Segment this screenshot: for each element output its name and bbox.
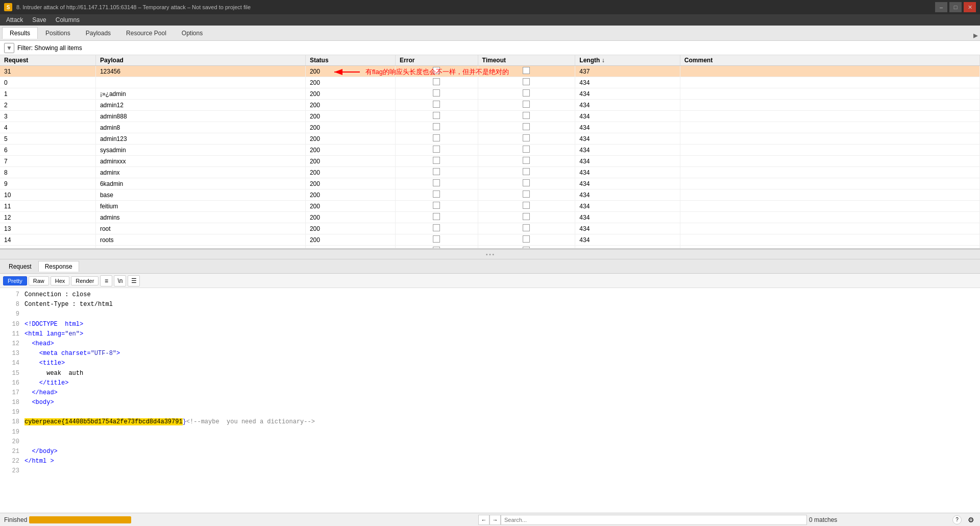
col-header-status[interactable]: Status xyxy=(305,55,395,66)
view-render-button[interactable]: Render xyxy=(71,276,99,285)
table-row[interactable]: 2 admin12 200 434 xyxy=(0,100,980,111)
table-row[interactable]: 12 admins 200 434 xyxy=(0,212,980,223)
error-checkbox[interactable] xyxy=(433,101,440,108)
cell-status: 200 xyxy=(305,223,395,234)
error-checkbox[interactable] xyxy=(433,146,440,153)
maximize-button[interactable]: □ xyxy=(949,2,962,12)
search-forward-button[interactable]: → xyxy=(489,515,501,525)
search-back-button[interactable]: ← xyxy=(478,515,489,525)
timeout-checkbox[interactable] xyxy=(523,202,530,209)
tab-payloads[interactable]: Payloads xyxy=(78,27,118,39)
col-header-timeout[interactable]: Timeout xyxy=(478,55,575,66)
error-checkbox[interactable] xyxy=(433,157,440,164)
table-row[interactable]: 14 roots 200 434 xyxy=(0,234,980,246)
menu-columns[interactable]: Columns xyxy=(52,15,84,25)
error-checkbox[interactable] xyxy=(433,168,440,175)
col-header-request[interactable]: Request xyxy=(0,55,95,66)
cell-request: 9 xyxy=(0,178,95,189)
table-row[interactable]: 3 admin888 200 434 xyxy=(0,111,980,122)
cell-payload: base xyxy=(95,189,305,201)
error-checkbox[interactable] xyxy=(433,247,440,248)
error-checkbox[interactable] xyxy=(433,202,440,209)
code-line: 15 weak auth xyxy=(4,369,976,378)
error-checkbox[interactable] xyxy=(433,112,440,119)
table-row[interactable]: 13 root 200 434 xyxy=(0,223,980,234)
timeout-checkbox[interactable] xyxy=(523,247,530,248)
view-hex-button[interactable]: Hex xyxy=(51,276,70,285)
minimize-button[interactable]: – xyxy=(935,2,947,12)
error-checkbox[interactable] xyxy=(433,224,440,231)
settings-button[interactable]: ⚙ xyxy=(966,515,976,525)
tab-response[interactable]: Response xyxy=(38,261,79,272)
timeout-checkbox[interactable] xyxy=(523,224,530,231)
timeout-checkbox[interactable] xyxy=(523,179,530,186)
help-button[interactable]: ? xyxy=(952,515,962,524)
cell-comment xyxy=(680,145,979,156)
timeout-checkbox[interactable] xyxy=(523,67,530,74)
list-icon[interactable]: ☰ xyxy=(128,275,140,286)
timeout-checkbox[interactable] xyxy=(523,168,530,175)
timeout-checkbox[interactable] xyxy=(523,190,530,198)
table-row[interactable]: 7 adminxxx 200 434 xyxy=(0,156,980,167)
wrap-icon[interactable]: ≡ xyxy=(100,275,112,286)
menu-attack[interactable]: Attack xyxy=(2,15,27,25)
table-row[interactable]: 8 adminx 200 434 xyxy=(0,167,980,178)
menu-save[interactable]: Save xyxy=(28,15,50,25)
cell-request: 31 xyxy=(0,66,95,77)
timeout-checkbox[interactable] xyxy=(523,123,530,130)
timeout-checkbox[interactable] xyxy=(523,78,530,85)
code-line: 23 xyxy=(4,466,976,476)
tab-results[interactable]: Results xyxy=(2,27,38,39)
timeout-checkbox[interactable] xyxy=(523,134,530,141)
col-header-length[interactable]: Length ↓ xyxy=(575,55,680,66)
timeout-checkbox[interactable] xyxy=(523,112,530,119)
close-button[interactable]: ✕ xyxy=(964,2,976,12)
table-row[interactable]: 11 feitium 200 434 xyxy=(0,201,980,212)
table-row[interactable]: 5 admin123 200 434 xyxy=(0,133,980,145)
panel-divider[interactable]: • • • xyxy=(0,249,980,259)
cell-status: 200 xyxy=(305,88,395,100)
view-raw-button[interactable]: Raw xyxy=(29,276,49,285)
tab-resource-pool[interactable]: Resource Pool xyxy=(118,27,174,39)
error-checkbox[interactable] xyxy=(433,67,440,74)
tab-options[interactable]: Options xyxy=(174,27,210,39)
cell-request: 2 xyxy=(0,100,95,111)
timeout-checkbox[interactable] xyxy=(523,235,530,243)
table-row[interactable]: 6 sysadmin 200 434 xyxy=(0,145,980,156)
scroll-right-icon[interactable]: ▸ xyxy=(973,30,978,41)
error-checkbox[interactable] xyxy=(433,213,440,220)
error-checkbox[interactable] xyxy=(433,89,440,97)
table-row[interactable]: 15 test 200 434 xyxy=(0,246,980,249)
col-header-payload[interactable]: Payload xyxy=(95,55,305,66)
cell-comment xyxy=(680,167,979,178)
error-checkbox[interactable] xyxy=(433,179,440,186)
search-input[interactable] xyxy=(501,515,807,525)
table-row[interactable]: 9 6kadmin 200 434 xyxy=(0,178,980,189)
col-header-error[interactable]: Error xyxy=(396,55,478,66)
view-pretty-button[interactable]: Pretty xyxy=(3,276,27,285)
code-line: 19 xyxy=(4,408,976,417)
table-row[interactable]: 31 123456 200 437 xyxy=(0,66,980,77)
cell-request: 5 xyxy=(0,133,95,145)
error-checkbox[interactable] xyxy=(433,235,440,243)
table-row[interactable]: 10 base 200 434 xyxy=(0,189,980,201)
error-checkbox[interactable] xyxy=(433,190,440,198)
timeout-checkbox[interactable] xyxy=(523,89,530,97)
timeout-checkbox[interactable] xyxy=(523,146,530,153)
filter-icon[interactable]: ▼ xyxy=(4,43,14,53)
timeout-checkbox[interactable] xyxy=(523,101,530,108)
newline-icon[interactable]: \n xyxy=(114,275,126,286)
table-row[interactable]: 1 ¡»¿admin 200 434 xyxy=(0,88,980,100)
table-row[interactable]: 4 admin8 200 434 xyxy=(0,122,980,133)
error-checkbox[interactable] xyxy=(433,123,440,130)
table-row[interactable]: 0 200 434 xyxy=(0,77,980,88)
tab-request[interactable]: Request xyxy=(2,261,38,272)
cell-comment xyxy=(680,122,979,133)
tab-positions[interactable]: Positions xyxy=(38,27,78,39)
error-checkbox[interactable] xyxy=(433,134,440,141)
timeout-checkbox[interactable] xyxy=(523,213,530,220)
error-checkbox[interactable] xyxy=(433,78,440,85)
cell-comment xyxy=(680,111,979,122)
timeout-checkbox[interactable] xyxy=(523,157,530,164)
col-header-comment[interactable]: Comment xyxy=(680,55,979,66)
